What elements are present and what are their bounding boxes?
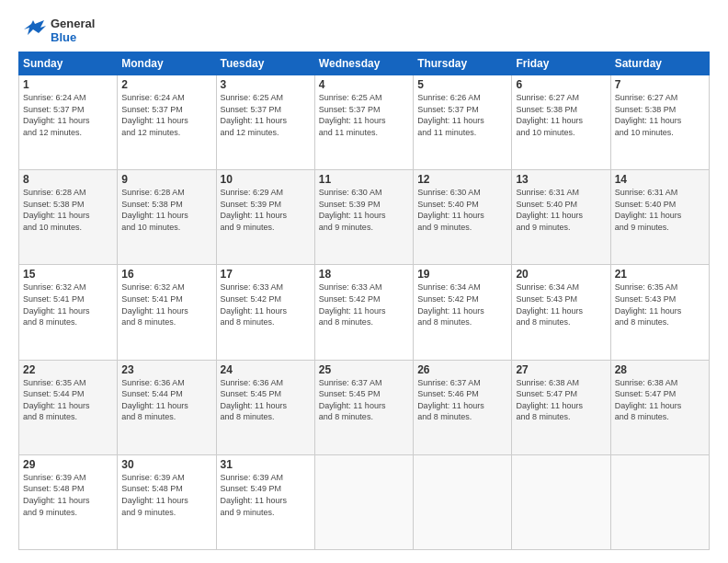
calendar-row: 22Sunrise: 6:35 AM Sunset: 5:44 PM Dayli… (19, 360, 710, 454)
calendar-cell: 16Sunrise: 6:32 AM Sunset: 5:41 PM Dayli… (118, 265, 216, 360)
svg-marker-0 (24, 20, 46, 35)
calendar-cell (512, 454, 610, 549)
day-number: 7 (615, 78, 705, 91)
calendar-cell: 15Sunrise: 6:32 AM Sunset: 5:41 PM Dayli… (19, 265, 118, 360)
day-number: 28 (615, 363, 705, 376)
page: General Blue Sunday Monday Tuesday Wedne… (0, 0, 728, 563)
calendar-row: 15Sunrise: 6:32 AM Sunset: 5:41 PM Dayli… (19, 265, 710, 360)
day-info: Sunrise: 6:38 AM Sunset: 5:47 PM Dayligh… (516, 377, 606, 423)
col-tuesday: Tuesday (216, 52, 314, 75)
day-info: Sunrise: 6:39 AM Sunset: 5:48 PM Dayligh… (23, 472, 113, 518)
calendar-cell (414, 454, 512, 549)
day-number: 30 (121, 458, 211, 471)
day-info: Sunrise: 6:31 AM Sunset: 5:40 PM Dayligh… (516, 187, 606, 233)
day-number: 27 (516, 363, 606, 376)
day-info: Sunrise: 6:34 AM Sunset: 5:42 PM Dayligh… (417, 282, 507, 327)
day-number: 5 (417, 78, 507, 91)
day-number: 6 (516, 78, 606, 91)
calendar-cell: 23Sunrise: 6:36 AM Sunset: 5:44 PM Dayli… (118, 360, 216, 454)
col-thursday: Thursday (414, 52, 512, 75)
day-info: Sunrise: 6:27 AM Sunset: 5:38 PM Dayligh… (516, 92, 606, 138)
day-number: 21 (615, 268, 705, 281)
calendar-row: 8Sunrise: 6:28 AM Sunset: 5:38 PM Daylig… (19, 170, 710, 265)
day-info: Sunrise: 6:24 AM Sunset: 5:37 PM Dayligh… (121, 92, 211, 138)
calendar-cell: 20Sunrise: 6:34 AM Sunset: 5:43 PM Dayli… (512, 265, 610, 360)
calendar-cell: 7Sunrise: 6:27 AM Sunset: 5:38 PM Daylig… (610, 75, 709, 170)
day-info: Sunrise: 6:39 AM Sunset: 5:48 PM Dayligh… (121, 472, 211, 518)
day-info: Sunrise: 6:34 AM Sunset: 5:43 PM Dayligh… (516, 282, 606, 327)
calendar-cell: 24Sunrise: 6:36 AM Sunset: 5:45 PM Dayli… (216, 360, 314, 454)
calendar-cell: 25Sunrise: 6:37 AM Sunset: 5:45 PM Dayli… (314, 360, 413, 454)
day-info: Sunrise: 6:29 AM Sunset: 5:39 PM Dayligh… (221, 187, 311, 233)
calendar-row: 29Sunrise: 6:39 AM Sunset: 5:48 PM Dayli… (19, 454, 710, 549)
day-number: 13 (516, 173, 606, 186)
calendar-cell: 11Sunrise: 6:30 AM Sunset: 5:39 PM Dayli… (314, 170, 413, 265)
calendar-cell: 28Sunrise: 6:38 AM Sunset: 5:47 PM Dayli… (610, 360, 709, 454)
logo-bird-icon (18, 17, 48, 46)
day-info: Sunrise: 6:39 AM Sunset: 5:49 PM Dayligh… (221, 472, 311, 518)
day-number: 3 (221, 78, 311, 91)
calendar-cell: 5Sunrise: 6:26 AM Sunset: 5:37 PM Daylig… (414, 75, 512, 170)
day-number: 11 (319, 173, 409, 186)
day-number: 9 (121, 173, 211, 186)
day-number: 18 (319, 268, 409, 281)
day-info: Sunrise: 6:25 AM Sunset: 5:37 PM Dayligh… (319, 92, 409, 138)
day-number: 20 (516, 268, 606, 281)
calendar-cell: 8Sunrise: 6:28 AM Sunset: 5:38 PM Daylig… (19, 170, 118, 265)
day-number: 25 (319, 363, 409, 376)
day-info: Sunrise: 6:30 AM Sunset: 5:40 PM Dayligh… (417, 187, 507, 233)
day-number: 26 (417, 363, 507, 376)
logo: General Blue (18, 17, 95, 46)
calendar-cell: 1Sunrise: 6:24 AM Sunset: 5:37 PM Daylig… (19, 75, 118, 170)
calendar-cell: 30Sunrise: 6:39 AM Sunset: 5:48 PM Dayli… (118, 454, 216, 549)
calendar-cell (610, 454, 709, 549)
day-info: Sunrise: 6:33 AM Sunset: 5:42 PM Dayligh… (221, 282, 311, 327)
calendar-cell: 17Sunrise: 6:33 AM Sunset: 5:42 PM Dayli… (216, 265, 314, 360)
day-info: Sunrise: 6:38 AM Sunset: 5:47 PM Dayligh… (615, 377, 705, 423)
calendar-cell: 14Sunrise: 6:31 AM Sunset: 5:40 PM Dayli… (610, 170, 709, 265)
day-number: 16 (121, 268, 211, 281)
day-info: Sunrise: 6:24 AM Sunset: 5:37 PM Dayligh… (23, 92, 113, 138)
day-info: Sunrise: 6:25 AM Sunset: 5:37 PM Dayligh… (221, 92, 311, 138)
calendar-row: 1Sunrise: 6:24 AM Sunset: 5:37 PM Daylig… (19, 75, 710, 170)
calendar-cell (314, 454, 413, 549)
calendar-cell: 22Sunrise: 6:35 AM Sunset: 5:44 PM Dayli… (19, 360, 118, 454)
calendar-cell: 2Sunrise: 6:24 AM Sunset: 5:37 PM Daylig… (118, 75, 216, 170)
day-info: Sunrise: 6:33 AM Sunset: 5:42 PM Dayligh… (319, 282, 409, 327)
day-info: Sunrise: 6:37 AM Sunset: 5:46 PM Dayligh… (417, 377, 507, 423)
day-info: Sunrise: 6:30 AM Sunset: 5:39 PM Dayligh… (319, 187, 409, 233)
day-number: 8 (23, 173, 113, 186)
day-number: 19 (417, 268, 507, 281)
calendar-cell: 4Sunrise: 6:25 AM Sunset: 5:37 PM Daylig… (314, 75, 413, 170)
logo-blue-text: Blue (51, 31, 95, 45)
calendar-cell: 10Sunrise: 6:29 AM Sunset: 5:39 PM Dayli… (216, 170, 314, 265)
day-number: 23 (121, 363, 211, 376)
calendar-cell: 21Sunrise: 6:35 AM Sunset: 5:43 PM Dayli… (610, 265, 709, 360)
calendar-table: Sunday Monday Tuesday Wednesday Thursday… (18, 52, 710, 550)
day-info: Sunrise: 6:31 AM Sunset: 5:40 PM Dayligh… (615, 187, 705, 233)
day-number: 31 (221, 458, 311, 471)
day-info: Sunrise: 6:32 AM Sunset: 5:41 PM Dayligh… (23, 282, 113, 327)
day-info: Sunrise: 6:27 AM Sunset: 5:38 PM Dayligh… (615, 92, 705, 138)
day-info: Sunrise: 6:28 AM Sunset: 5:38 PM Dayligh… (121, 187, 211, 233)
day-info: Sunrise: 6:26 AM Sunset: 5:37 PM Dayligh… (417, 92, 507, 138)
calendar-cell: 9Sunrise: 6:28 AM Sunset: 5:38 PM Daylig… (118, 170, 216, 265)
col-sunday: Sunday (19, 52, 118, 75)
day-number: 24 (221, 363, 311, 376)
day-number: 22 (23, 363, 113, 376)
day-number: 29 (23, 458, 113, 471)
day-number: 4 (319, 78, 409, 91)
header: General Blue (18, 17, 710, 46)
day-number: 17 (221, 268, 311, 281)
calendar-header-row: Sunday Monday Tuesday Wednesday Thursday… (19, 52, 710, 75)
calendar-cell: 19Sunrise: 6:34 AM Sunset: 5:42 PM Dayli… (414, 265, 512, 360)
day-info: Sunrise: 6:35 AM Sunset: 5:43 PM Dayligh… (615, 282, 705, 327)
day-info: Sunrise: 6:36 AM Sunset: 5:45 PM Dayligh… (221, 377, 311, 423)
calendar-cell: 3Sunrise: 6:25 AM Sunset: 5:37 PM Daylig… (216, 75, 314, 170)
day-info: Sunrise: 6:32 AM Sunset: 5:41 PM Dayligh… (121, 282, 211, 327)
calendar-cell: 6Sunrise: 6:27 AM Sunset: 5:38 PM Daylig… (512, 75, 610, 170)
day-number: 1 (23, 78, 113, 91)
day-number: 15 (23, 268, 113, 281)
calendar-cell: 13Sunrise: 6:31 AM Sunset: 5:40 PM Dayli… (512, 170, 610, 265)
col-monday: Monday (118, 52, 216, 75)
